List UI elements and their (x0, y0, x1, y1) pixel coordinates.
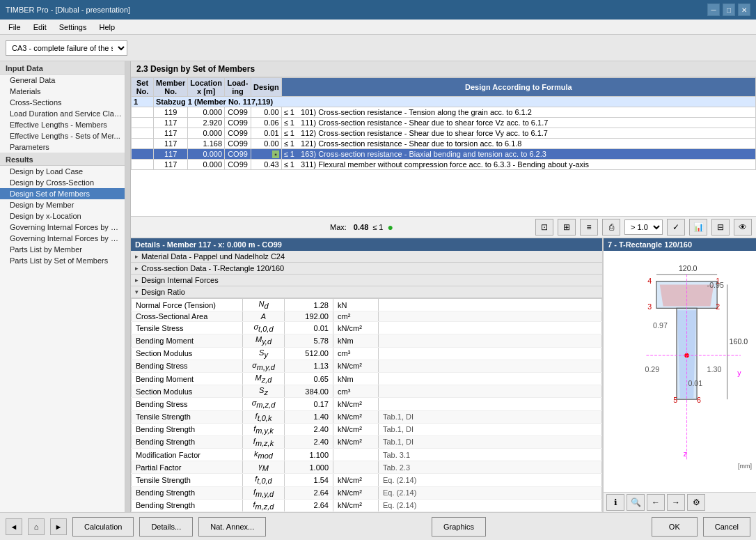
loading-cell: CO99 (225, 149, 251, 160)
title-bar: TIMBER Pro - [Dlubal - presentation] ─ □… (0, 0, 756, 20)
menu-help[interactable]: Help (93, 22, 120, 33)
svg-text:0.29: 0.29 (645, 365, 659, 373)
sidebar-item-load-duration[interactable]: Load Duration and Service Clas... (0, 108, 125, 119)
nav-forward-button[interactable]: ► (50, 518, 67, 535)
table-row[interactable]: 117 0.000 CO99 0.43 ≤ 1 311) Flexural me… (132, 160, 756, 170)
member-no-cell: 117 (154, 139, 188, 149)
view1-button[interactable]: ⊟ (711, 219, 730, 236)
nav-back-button[interactable]: ◄ (6, 518, 22, 535)
sort-button[interactable]: ≡ (580, 219, 598, 236)
detail-ref (379, 299, 602, 311)
detail-row: Bending Strength fm,y,k 2.40 kN/cm² Tab.… (132, 423, 602, 435)
table-options-button[interactable]: ⊞ (558, 219, 576, 236)
prev-button[interactable]: ← (647, 494, 665, 511)
svg-text:0.97: 0.97 (653, 321, 668, 330)
table-row[interactable]: 117 0.000 CO99 0.01 ≤ 1 112) Cross-secti… (132, 128, 756, 139)
case-combo[interactable]: CA3 - complete failure of the su... (6, 40, 127, 56)
graphics-toolbar: ℹ 🔍 ← → ⚙ (604, 492, 756, 512)
check-button[interactable]: ✓ (667, 219, 685, 236)
sidebar-item-design-set-members[interactable]: Design Set of Members (0, 188, 125, 199)
detail-row: Cross-Sectional Area A 192.00 cm² (132, 311, 602, 322)
mm-label: [mm] (738, 463, 752, 470)
loading-cell: CO99 (225, 128, 251, 139)
svg-text:6: 6 (697, 396, 701, 404)
sidebar-resize-handle[interactable] (125, 61, 131, 512)
cancel-button[interactable]: Cancel (703, 517, 750, 537)
design-ratio-table: Normal Force (Tension) Nd 1.28 kN Cross-… (131, 298, 602, 512)
nav-home-button[interactable]: ⌂ (28, 518, 45, 535)
sidebar-item-parts-list-set[interactable]: Parts List by Set of Members (0, 255, 125, 266)
design-table-container[interactable]: SetNo. MemberNo. Locationx [m] Load-ing … (131, 77, 756, 217)
detail-row: Bending Strength fm,z,k 2.40 kN/cm² Tab.… (132, 435, 602, 448)
calculation-button[interactable]: Calculation (72, 517, 134, 537)
sidebar-item-eff-lengths-members[interactable]: Effective Lengths - Members (0, 119, 125, 130)
sidebar-item-cross-sections[interactable]: Cross-Sections (0, 97, 125, 108)
sidebar-item-design-cross-section[interactable]: Design by Cross-Section (0, 177, 125, 188)
set-no-cell (132, 118, 154, 128)
graphics-button[interactable]: Graphics (432, 517, 486, 537)
table-row[interactable]: 119 0.000 CO99 0.00 ≤ 1 101) Cross-secti… (132, 107, 756, 118)
sidebar-item-parameters[interactable]: Parameters (0, 141, 125, 153)
detail-label: Normal Force (Tension) (132, 299, 243, 311)
close-button[interactable]: ✕ (738, 3, 750, 16)
material-data-section[interactable]: ▸ Material Data - Pappel und Nadelholz C… (131, 251, 602, 263)
minimize-button[interactable]: ─ (707, 3, 720, 16)
sidebar-item-design-member[interactable]: Design by Member (0, 199, 125, 210)
export-button[interactable]: ⎙ (602, 219, 620, 236)
menu-file[interactable]: File (3, 22, 26, 33)
detail-row: Tensile Stress σt,0,d 0.01 kN/cm² (132, 322, 602, 334)
set-no-cell (132, 139, 154, 149)
formula-cell: ≤ 1 111) Cross-section resistance - Shea… (281, 118, 755, 128)
sidebar-item-materials[interactable]: Materials (0, 86, 125, 97)
sidebar-item-general-data[interactable]: General Data (0, 75, 125, 86)
settings-graphics-button[interactable]: ⚙ (687, 494, 705, 511)
location-cell: 0.000 (188, 128, 225, 139)
loading-cell: CO99 (225, 118, 251, 128)
detail-row: Tensile Strength ft,0,d 1.54 kN/cm² Eq. … (132, 474, 602, 486)
nat-annex-button[interactable]: Nat. Annex... (198, 517, 266, 537)
svg-text:-0.95: -0.95 (707, 281, 724, 289)
graphics-title: 7 - T-Rectangle 120/160 (604, 238, 756, 251)
sidebar-item-governing-s[interactable]: Governing Internal Forces by S... (0, 233, 125, 244)
details-panel: Details - Member 117 - x: 0.000 m - CO99… (131, 238, 603, 512)
content-header: 2.3 Design by Set of Members (131, 61, 756, 77)
view2-button[interactable]: 👁 (734, 219, 752, 236)
graphics-canvas: y z 120.0 160.0 (604, 251, 756, 492)
col-header-e: Design (251, 78, 282, 97)
sidebar-item-design-x-location[interactable]: Design by x-Location (0, 210, 125, 222)
svg-text:120.0: 120.0 (679, 264, 698, 272)
detail-row: Bending Strength fm,y,d 2.64 kN/cm² Eq. … (132, 486, 602, 499)
table-row[interactable]: 117 1.168 CO99 0.00 ≤ 1 121) Cross-secti… (132, 139, 756, 149)
svg-text:4: 4 (647, 277, 652, 285)
menu-edit[interactable]: Edit (28, 22, 52, 33)
cross-section-data-section[interactable]: ▸ Cross-section Data - T-Rectangle 120/1… (131, 263, 602, 275)
design-cell: ▪ (251, 149, 282, 160)
member-no-cell: 117 (154, 118, 188, 128)
zoom-in-button[interactable]: 🔍 (627, 494, 645, 511)
chart-button[interactable]: 📊 (689, 219, 707, 236)
table-row-selected[interactable]: 117 0.000 CO99 ▪ ≤ 1 163) Cross-section … (132, 149, 756, 160)
sidebar-item-governing-m[interactable]: Governing Internal Forces by M... (0, 222, 125, 233)
set-no-cell (132, 160, 154, 170)
maximize-button[interactable]: □ (723, 3, 735, 16)
filter-button[interactable]: ⊡ (535, 219, 553, 236)
design-internal-forces-section[interactable]: ▸ Design Internal Forces (131, 275, 602, 286)
expand-icon: ▸ (135, 253, 139, 260)
details-button[interactable]: Details... (139, 517, 193, 537)
table-row[interactable]: 117 2.920 CO99 0.06 ≤ 1 111) Cross-secti… (132, 118, 756, 128)
detail-row: Section Modulus Sy 512.00 cm³ (132, 347, 602, 360)
info-button[interactable]: ℹ (606, 494, 624, 511)
design-ratio-section[interactable]: ▾ Design Ratio (131, 286, 602, 298)
menu-settings[interactable]: Settings (54, 22, 93, 33)
detail-row: Modification Factor kmod 1.100 Tab. 3.1 (132, 449, 602, 461)
formula-cell: ≤ 1 311) Flexural member without compres… (281, 160, 755, 170)
sidebar-item-eff-lengths-sets[interactable]: Effective Lengths - Sets of Mer... (0, 130, 125, 141)
sidebar-item-parts-list-member[interactable]: Parts List by Member (0, 244, 125, 255)
detail-symbol: Nd (243, 299, 285, 311)
location-cell: 0.000 (188, 149, 225, 160)
next-button[interactable]: → (667, 494, 685, 511)
sidebar-item-design-load-case[interactable]: Design by Load Case (0, 166, 125, 177)
threshold-combo[interactable]: > 1.0 > 0.5 (624, 219, 663, 235)
ok-button[interactable]: OK (652, 517, 698, 537)
design-internal-forces-label: Design Internal Forces (141, 276, 219, 284)
